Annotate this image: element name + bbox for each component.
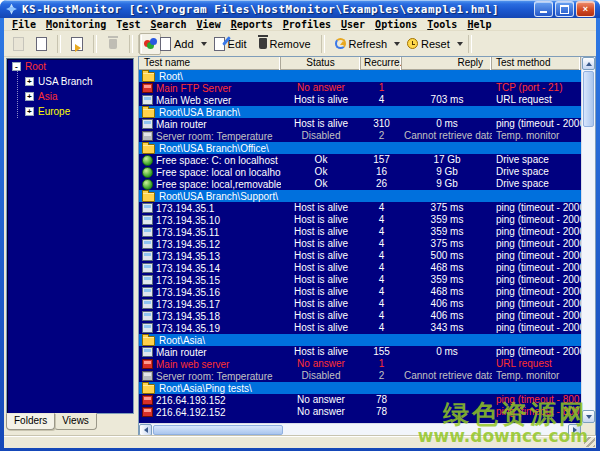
tab-folders[interactable]: Folders: [6, 413, 55, 430]
column-header-status[interactable]: Status: [281, 57, 361, 70]
refresh-dropdown-arrow[interactable]: [394, 42, 400, 49]
table-row[interactable]: 216.64.193.152No answer78ping (timeout -…: [139, 394, 581, 406]
folder-icon: [142, 192, 155, 202]
scroll-down-button[interactable]: [582, 410, 595, 423]
resize-grip[interactable]: [584, 437, 595, 447]
test-name-cell: Free space: C: on localhost: [139, 154, 281, 166]
tree-expand-box[interactable]: +: [25, 77, 34, 86]
column-header-reply[interactable]: Reply: [402, 57, 492, 70]
test-method-cell: ping (timeout - 2000 ms): [492, 286, 581, 298]
table-row[interactable]: Root\USA Branch\Support\: [139, 190, 581, 202]
column-header-recurre[interactable]: Recurre...: [361, 57, 402, 70]
table-row[interactable]: Root\Asia\Ping tests\: [139, 382, 581, 394]
table-row[interactable]: 173.194.35.1Host is alive4375 msping (ti…: [139, 202, 581, 214]
menu-help[interactable]: Help: [462, 19, 496, 30]
tree-expand-box[interactable]: +: [25, 107, 34, 116]
minimize-button[interactable]: [534, 1, 553, 17]
table-row[interactable]: 173.194.35.11Host is alive4359 msping (t…: [139, 226, 581, 238]
folder-row-cell: Root\Asia\Ping tests\: [139, 382, 581, 394]
menu-monitoring[interactable]: Monitoring: [41, 19, 111, 30]
test-name: 173.194.35.11: [156, 227, 219, 238]
menu-user[interactable]: User: [336, 19, 370, 30]
folder-icon: [142, 108, 155, 118]
test-method-cell: ping (timeout - 800 ms): [492, 394, 581, 406]
new-testlist-button[interactable]: [31, 34, 51, 54]
reply-cell: 359 ms: [402, 274, 492, 286]
table-row[interactable]: 216.64.192.152No answer78ping (timeout -…: [139, 406, 581, 418]
table-row[interactable]: Free space: C: on localhostOk15717 GbDri…: [139, 154, 581, 166]
table-row[interactable]: 173.194.35.16Host is alive4468 msping (t…: [139, 286, 581, 298]
table-row[interactable]: Server room: TemperatureDisabled2Cannot …: [139, 130, 581, 142]
table-row[interactable]: 173.194.35.15Host is alive4359 msping (t…: [139, 274, 581, 286]
open-file-button[interactable]: [67, 34, 87, 54]
table-row[interactable]: Main routerHost is alive1550 msping (tim…: [139, 346, 581, 358]
table-row[interactable]: Main routerHost is alive3100 msping (tim…: [139, 118, 581, 130]
table-row[interactable]: Root\Asia\: [139, 334, 581, 346]
table-row[interactable]: 173.194.35.10Host is alive4359 msping (t…: [139, 214, 581, 226]
menu-test[interactable]: Test: [111, 19, 145, 30]
menu-search[interactable]: Search: [145, 19, 191, 30]
table-row[interactable]: 173.194.35.13Host is alive4500 msping (t…: [139, 250, 581, 262]
table-row[interactable]: 173.194.35.19Host is alive4343 msping (t…: [139, 322, 581, 334]
table-row[interactable]: Root\: [139, 70, 581, 82]
tree-expand-box[interactable]: +: [25, 92, 34, 101]
column-header-test-name[interactable]: Test name: [139, 57, 281, 70]
column-header-test-method[interactable]: Test method: [492, 57, 581, 70]
table-row[interactable]: 173.194.35.14Host is alive4468 msping (t…: [139, 262, 581, 274]
tree-expand-box[interactable]: -: [12, 62, 21, 71]
menu-reports[interactable]: Reports: [226, 19, 278, 30]
table-row[interactable]: Main Web serverHost is alive4703 msURL r…: [139, 94, 581, 106]
table-row[interactable]: 173.194.35.18Host is alive4406 msping (t…: [139, 310, 581, 322]
remove-button[interactable]: Remove: [254, 34, 316, 54]
folder-icon: [142, 336, 155, 346]
title-bar[interactable]: KS-HostMonitor [C:\Program Files\HostMon…: [0, 0, 600, 18]
tree-item-label: Root: [25, 61, 46, 72]
table-row[interactable]: Main FTP ServerNo answer1TCP (port - 21): [139, 82, 581, 94]
add-button[interactable]: Add: [155, 34, 199, 54]
menu-profiles[interactable]: Profiles: [278, 19, 336, 30]
table-row[interactable]: Root\USA Branch\: [139, 106, 581, 118]
reply-cell: 406 ms: [402, 310, 492, 322]
reply-cell: 375 ms: [402, 238, 492, 250]
table-row[interactable]: Main web serverNo answer1URL request: [139, 358, 581, 370]
menu-view[interactable]: View: [192, 19, 226, 30]
vertical-scrollbar[interactable]: [581, 57, 595, 423]
edit-button[interactable]: Edit: [209, 34, 252, 54]
menu-file[interactable]: File: [7, 19, 41, 30]
table-row[interactable]: Server room: TemperatureDisabled2Cannot …: [139, 370, 581, 382]
tab-views[interactable]: Views: [54, 413, 97, 430]
tree-item-europe[interactable]: +Europe: [7, 104, 133, 119]
toolbar-separator: [93, 35, 97, 53]
recurrences-cell: 4: [361, 310, 402, 322]
menu-bar: FileMonitoringTestSearchViewReportsProfi…: [4, 18, 596, 31]
reply-cell: 468 ms: [402, 286, 492, 298]
table-row[interactable]: Free space: local,removable on loc...Ok2…: [139, 178, 581, 190]
menu-options[interactable]: Options: [370, 19, 422, 30]
vertical-scroll-thumb[interactable]: [583, 71, 594, 127]
table-row[interactable]: Root\USA Branch\Office\: [139, 142, 581, 154]
tree-item-asia[interactable]: +Asia: [7, 89, 133, 104]
close-button[interactable]: ×: [576, 1, 595, 17]
add-dropdown-arrow[interactable]: [201, 42, 207, 49]
horizontal-scroll-thumb[interactable]: [153, 425, 283, 435]
horizontal-scrollbar[interactable]: [139, 423, 581, 436]
scroll-left-button[interactable]: [139, 424, 152, 436]
tree-item-root[interactable]: -Root: [7, 59, 133, 74]
server-red-icon: [142, 359, 153, 369]
tree-item-usa-branch[interactable]: +USA Branch: [7, 74, 133, 89]
scroll-right-button[interactable]: [568, 424, 581, 436]
maximize-button[interactable]: [555, 1, 574, 17]
scroll-up-button[interactable]: [582, 57, 595, 70]
reply-cell: 17 Gb: [402, 154, 492, 166]
menu-tools[interactable]: Tools: [422, 19, 462, 30]
table-row[interactable]: 173.194.35.12Host is alive4375 msping (t…: [139, 238, 581, 250]
reset-button[interactable]: Reset: [402, 34, 455, 54]
recurrences-cell: 4: [361, 262, 402, 274]
reply-cell: 9 Gb: [402, 166, 492, 178]
test-method-cell: Drive space: [492, 166, 581, 178]
reset-dropdown-arrow[interactable]: [457, 42, 463, 49]
table-row[interactable]: Free space: local on localhostOk169 GbDr…: [139, 166, 581, 178]
refresh-button[interactable]: Refresh: [330, 34, 393, 54]
table-row[interactable]: 173.194.35.17Host is alive4406 msping (t…: [139, 298, 581, 310]
remove-button-label: Remove: [270, 38, 311, 50]
